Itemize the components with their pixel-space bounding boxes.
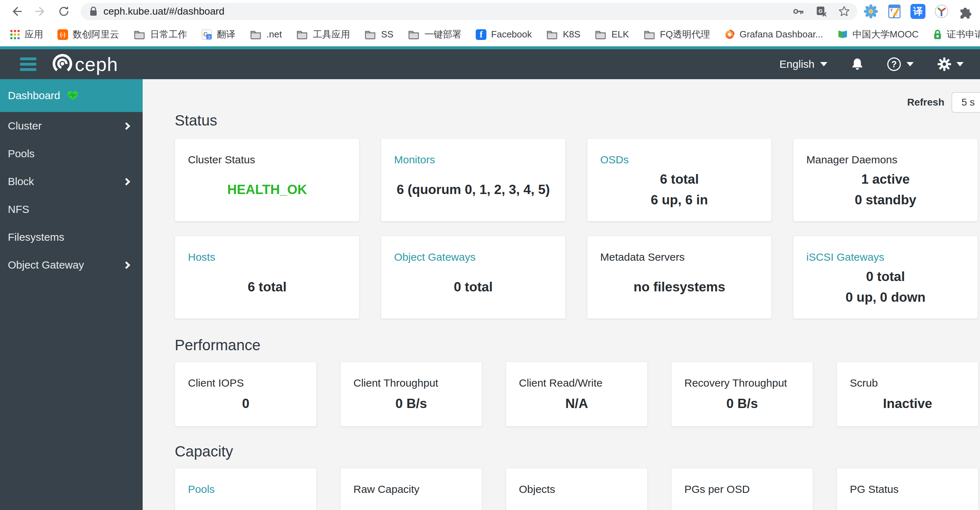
performance-card-grid: Client IOPS 0 Client Throughput 0 B/s Cl… bbox=[175, 362, 980, 427]
bookmark-item[interactable]: 应用 bbox=[10, 28, 43, 41]
refresh-interval-select[interactable]: 5 s bbox=[951, 92, 980, 113]
aliyun-icon: (-) bbox=[57, 29, 68, 40]
flower-ext-icon[interactable] bbox=[862, 2, 880, 21]
status-section-title: Status bbox=[175, 112, 980, 129]
browser-toolbar: ceph.kube.uat/#/dashboard G T 译 bbox=[0, 0, 980, 23]
url-text[interactable]: ceph.kube.uat/#/dashboard bbox=[103, 6, 792, 17]
folder-icon bbox=[643, 30, 655, 40]
yi-translate-ext-icon[interactable]: 译 bbox=[909, 2, 927, 21]
forward-button[interactable] bbox=[32, 3, 48, 20]
card-title: PGs per OSD bbox=[671, 468, 813, 496]
capacity-section-title: Capacity bbox=[175, 443, 980, 460]
bookmark-star-icon[interactable] bbox=[838, 5, 850, 18]
chevron-right-icon bbox=[123, 122, 130, 129]
card-value-line: 6 (quorum 0, 1, 2, 3, 4, 5) bbox=[396, 179, 550, 200]
help-dropdown[interactable]: ? bbox=[887, 57, 914, 71]
translate-page-icon[interactable]: G bbox=[815, 5, 827, 18]
bookmark-item[interactable]: ELK bbox=[595, 29, 629, 40]
hamburger-menu-icon[interactable] bbox=[20, 57, 37, 71]
bookmark-item[interactable]: 中国大学MOOC bbox=[837, 28, 919, 41]
bookmark-label: 一键部署 bbox=[425, 28, 461, 41]
card-title[interactable]: OSDs bbox=[587, 139, 772, 166]
brand-name: ceph bbox=[75, 53, 118, 75]
card-value-line: 1 active bbox=[861, 169, 910, 190]
chevron-right-icon bbox=[123, 178, 130, 185]
sidebar-item[interactable]: Block bbox=[0, 167, 143, 196]
bookmark-item[interactable]: G文 翻译 bbox=[202, 28, 235, 41]
sidebar-item[interactable]: Dashboard bbox=[0, 79, 143, 112]
caret-down-icon bbox=[907, 62, 914, 66]
bookmark-item[interactable]: 工具应用 bbox=[296, 28, 350, 41]
heart-pulse-icon bbox=[67, 90, 79, 101]
card-values: no filesystems bbox=[587, 263, 772, 319]
capacity-card: PGs per OSD bbox=[671, 468, 813, 510]
bookmark-item[interactable]: SS bbox=[364, 29, 393, 40]
sidebar-item-label: Cluster bbox=[8, 120, 42, 132]
bookmark-label: FQ透明代理 bbox=[660, 28, 710, 41]
bookmark-label: 数创阿里云 bbox=[73, 28, 119, 41]
sidebar-item[interactable]: Cluster bbox=[0, 112, 143, 140]
sidebar-item[interactable]: Filesystems bbox=[0, 223, 143, 251]
card-title: Objects bbox=[506, 468, 647, 496]
bookmark-item[interactable]: (-) 数创阿里云 bbox=[57, 28, 119, 41]
performance-section-title: Performance bbox=[175, 337, 980, 354]
bookmark-item[interactable]: .net bbox=[250, 29, 282, 40]
folder-icon bbox=[250, 30, 262, 40]
card-values: 0 B/s bbox=[340, 389, 482, 426]
capacity-card: Objects bbox=[506, 468, 648, 510]
card-value-line: 6 total bbox=[660, 169, 699, 190]
caret-down-icon bbox=[820, 62, 827, 66]
card-value-line: 0 total bbox=[454, 277, 493, 297]
bookmark-item[interactable]: f Facebook bbox=[476, 29, 532, 40]
puzzle-ext-icon[interactable] bbox=[956, 2, 974, 21]
bookmark-label: .net bbox=[266, 29, 282, 40]
language-dropdown[interactable]: English bbox=[780, 58, 827, 70]
card-title[interactable]: Monitors bbox=[381, 139, 565, 166]
card-title[interactable]: Hosts bbox=[175, 236, 359, 263]
card-values: 6 total6 up, 6 in bbox=[587, 166, 772, 221]
card-title[interactable]: Object Gateways bbox=[381, 236, 565, 263]
notes-ext-icon[interactable]: T bbox=[885, 2, 904, 21]
bookmark-item[interactable]: 证书申请 - FreeSS... bbox=[933, 28, 980, 41]
bookmark-item[interactable]: FQ透明代理 bbox=[643, 28, 710, 41]
ceph-logo: ceph bbox=[51, 53, 118, 76]
settings-dropdown[interactable] bbox=[937, 57, 964, 71]
sidebar-item[interactable]: Pools bbox=[0, 140, 143, 167]
address-bar[interactable]: ceph.kube.uat/#/dashboard G bbox=[81, 3, 858, 20]
bookmark-label: ELK bbox=[611, 29, 629, 40]
back-button[interactable] bbox=[8, 3, 25, 20]
bell-icon[interactable] bbox=[851, 57, 864, 71]
reload-button[interactable] bbox=[56, 3, 72, 20]
sidebar-item[interactable]: Object Gateway bbox=[0, 251, 143, 279]
status-card: iSCSI Gateways 0 total0 up, 0 down bbox=[793, 236, 978, 319]
card-title: Scrub bbox=[837, 362, 978, 389]
card-value-line: no filesystems bbox=[633, 277, 725, 297]
key-icon[interactable] bbox=[792, 5, 805, 18]
card-title: Raw Capacity bbox=[340, 468, 482, 496]
bookmark-item[interactable]: K8S bbox=[546, 29, 580, 40]
card-value-line: 0 up, 0 down bbox=[846, 287, 926, 308]
facebook-icon: f bbox=[476, 29, 487, 40]
accent-top-line bbox=[0, 46, 980, 49]
status-card: Cluster Status HEALTH_OK bbox=[175, 139, 360, 222]
card-value-line: 0 B/s bbox=[396, 394, 427, 414]
card-value-line: HEALTH_OK bbox=[227, 179, 307, 200]
ceph-logo-icon bbox=[51, 53, 74, 76]
card-title[interactable]: iSCSI Gateways bbox=[794, 236, 977, 263]
sidebar-item[interactable]: NFS bbox=[0, 196, 143, 223]
sidebar-item-label: Block bbox=[8, 175, 34, 188]
chevron-right-icon bbox=[123, 261, 130, 269]
folder-icon bbox=[364, 30, 376, 40]
card-title[interactable]: Pools bbox=[175, 468, 316, 496]
card-title: Manager Daemons bbox=[794, 139, 977, 166]
help-icon: ? bbox=[887, 57, 901, 71]
bookmark-item[interactable]: 一键部署 bbox=[407, 28, 461, 41]
bookmark-label: K8S bbox=[563, 29, 580, 40]
tab-manager-ext-icon[interactable] bbox=[932, 2, 951, 21]
card-values: 0 total bbox=[381, 263, 565, 319]
sidebar-item-label: Dashboard bbox=[8, 89, 60, 102]
status-card: Hosts 6 total bbox=[175, 236, 360, 319]
bookmark-item[interactable]: 日常工作 bbox=[134, 28, 187, 41]
google-translate-icon: G文 bbox=[202, 29, 212, 40]
bookmark-item[interactable]: Grafana Dashboar... bbox=[724, 29, 823, 40]
